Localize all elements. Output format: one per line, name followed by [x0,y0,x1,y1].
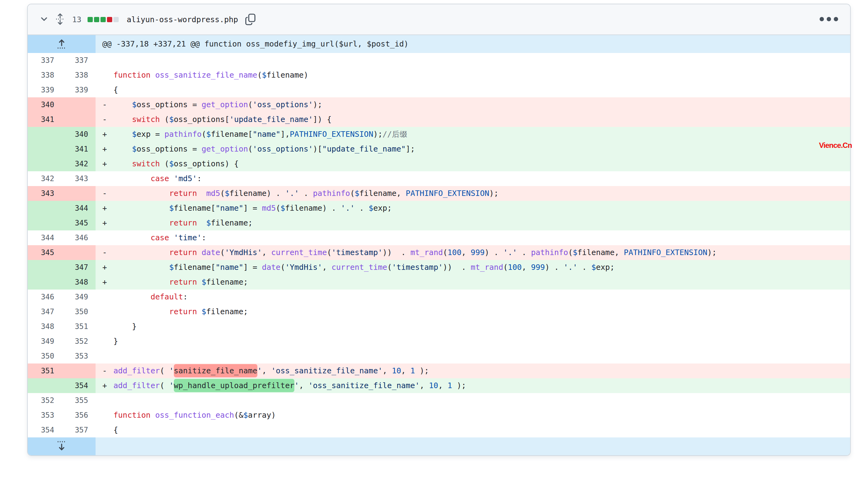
diff-row: 337337 [28,53,850,68]
expand-bottom-row [28,438,850,455]
new-line-number[interactable]: 340 [62,127,96,142]
new-line-number[interactable]: 355 [62,393,96,408]
diff-row: 344346 case 'time': [28,230,850,245]
old-line-number[interactable]: 338 [28,68,62,83]
new-line-number[interactable]: 337 [62,53,96,68]
diff-marker: + [102,127,114,142]
diff-row: 351-add_filter( 'sanitize_file_name', 'o… [28,363,850,378]
old-line-number[interactable]: 339 [28,83,62,97]
old-line-number[interactable] [28,260,62,275]
old-line-number[interactable]: 347 [28,304,62,319]
old-line-number[interactable] [28,157,62,171]
old-line-number[interactable] [28,378,62,393]
diffstat-square-added [94,17,99,22]
new-line-number[interactable]: 351 [62,319,96,334]
diff-row: 345+ return $filename; [28,216,850,230]
file-options-kebab-button[interactable] [819,17,838,23]
old-line-number[interactable]: 340 [28,97,62,112]
old-line-number[interactable]: 337 [28,53,62,68]
diff-row: 339339{ [28,83,850,97]
code-line: default: [96,290,850,304]
diff-marker: + [102,142,114,157]
old-line-number[interactable]: 341 [28,112,62,127]
code-line [96,349,850,363]
old-line-number[interactable] [28,142,62,157]
diff-marker: - [102,112,114,127]
collapse-file-button[interactable] [39,14,49,25]
code-line: function oss_sanitize_file_name($filenam… [96,68,850,83]
old-line-number[interactable]: 351 [28,363,62,378]
new-line-number[interactable] [62,186,96,201]
code-line: + $oss_options = get_option('oss_options… [96,142,850,157]
diffstat-square-added [88,17,93,22]
kebab-horizontal-icon [819,17,838,23]
code-line: function oss_function_each(&$array) [96,408,850,423]
hunk-header-text: @@ -337,18 +337,21 @@ function oss_modef… [96,35,850,53]
new-line-number[interactable]: 341 [62,142,96,157]
old-line-number[interactable]: 342 [28,171,62,186]
diff-row: 340- $oss_options = get_option('oss_opti… [28,97,850,112]
code-line: + return $filename; [96,216,850,230]
new-line-number[interactable] [62,97,96,112]
expand-hunk-up-button[interactable] [28,35,96,53]
diffstat-square-added [100,17,106,22]
new-line-number[interactable]: 344 [62,201,96,216]
new-line-number[interactable]: 357 [62,423,96,438]
new-line-number[interactable]: 347 [62,260,96,275]
new-line-number[interactable]: 349 [62,290,96,304]
code-line [96,53,850,68]
expand-all-hunks-button[interactable] [55,12,65,27]
diff-row: 344+ $filename["name"] = md5($filename) … [28,201,850,216]
new-line-number[interactable]: 356 [62,408,96,423]
new-line-number[interactable]: 338 [62,68,96,83]
old-line-number[interactable] [28,201,62,216]
diff-marker: - [102,186,114,201]
diff-row: 338338function oss_sanitize_file_name($f… [28,68,850,83]
code-line: { [96,423,850,438]
diff-marker: + [102,260,114,275]
diff-row: 348+ return $filename; [28,275,850,290]
old-line-number[interactable]: 348 [28,319,62,334]
old-line-number[interactable]: 353 [28,408,62,423]
old-line-number[interactable]: 344 [28,230,62,245]
code-line: - return date('YmdHis', current_time('ti… [96,245,850,260]
new-line-number[interactable]: 342 [62,157,96,171]
code-line: +add_filter( 'wp_handle_upload_prefilter… [96,378,850,393]
old-line-number[interactable]: 350 [28,349,62,363]
new-line-number[interactable]: 350 [62,304,96,319]
diff-row: 352355 [28,393,850,408]
diff-row: 354357{ [28,423,850,438]
diff-marker: + [102,201,114,216]
new-line-number[interactable]: 353 [62,349,96,363]
copy-path-button[interactable] [244,13,256,26]
new-line-number[interactable]: 348 [62,275,96,290]
diff-row: 348351 } [28,319,850,334]
code-line: - switch ($oss_options['update_file_name… [96,112,850,127]
old-line-number[interactable]: 345 [28,245,62,260]
old-line-number[interactable] [28,275,62,290]
old-line-number[interactable]: 349 [28,334,62,349]
diff-row: 340+ $exp = pathinfo($filename["name"],P… [28,127,850,142]
new-line-number[interactable]: 354 [62,378,96,393]
new-line-number[interactable]: 339 [62,83,96,97]
new-line-number[interactable] [62,245,96,260]
old-line-number[interactable]: 346 [28,290,62,304]
code-line: + return $filename; [96,275,850,290]
old-line-number[interactable] [28,216,62,230]
new-line-number[interactable]: 345 [62,216,96,230]
new-line-number[interactable]: 343 [62,171,96,186]
code-line: - $oss_options = get_option('oss_options… [96,97,850,112]
code-line: case 'time': [96,230,850,245]
old-line-number[interactable]: 354 [28,423,62,438]
new-line-number[interactable] [62,112,96,127]
old-line-number[interactable] [28,127,62,142]
old-line-number[interactable]: 352 [28,393,62,408]
old-line-number[interactable]: 343 [28,186,62,201]
diff-row: 347+ $filename["name"] = date('YmdHis', … [28,260,850,275]
diff-body: @@ -337,18 +337,21 @@ function oss_modef… [28,35,850,455]
chevron-down-icon [39,14,49,25]
new-line-number[interactable]: 346 [62,230,96,245]
expand-hunk-down-button[interactable] [28,438,96,455]
new-line-number[interactable]: 352 [62,334,96,349]
new-line-number[interactable] [62,363,96,378]
